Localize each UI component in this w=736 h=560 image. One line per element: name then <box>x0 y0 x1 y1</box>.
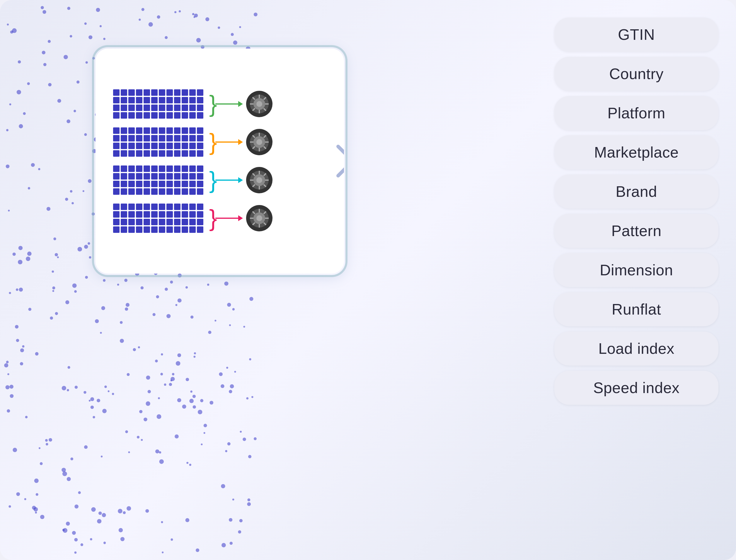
tire-icon-1 <box>245 89 274 119</box>
label-runflat: Runflat <box>554 292 718 326</box>
arrowhead-1 <box>238 101 243 107</box>
svg-point-39 <box>256 215 262 221</box>
data-grid-1 <box>113 89 203 119</box>
data-grid-3 <box>113 165 203 195</box>
svg-point-27 <box>256 177 262 183</box>
label-brand: Brand <box>554 175 718 209</box>
bracket-arrow-2: } <box>209 130 239 154</box>
bracket-arrow-4: } <box>209 206 239 230</box>
data-row-2: } <box>113 127 326 157</box>
right-panel: GTIN Country Platform Marketplace Brand … <box>554 12 718 411</box>
data-grid-2 <box>113 127 203 157</box>
illustration-inner: } <box>95 78 344 245</box>
label-platform: Platform <box>554 96 718 130</box>
arrow-bar-3 <box>215 180 239 181</box>
label-load-index: Load index <box>554 332 718 366</box>
label-marketplace: Marketplace <box>554 135 718 169</box>
svg-point-15 <box>256 139 262 145</box>
arrowhead-4 <box>238 215 243 221</box>
tire-icon-2 <box>245 127 274 157</box>
label-dimension: Dimension <box>554 253 718 287</box>
label-pattern: Pattern <box>554 214 718 248</box>
main-chevron-arrow <box>335 144 346 179</box>
bracket-arrow-1: } <box>209 92 239 116</box>
arrowhead-2 <box>238 139 243 145</box>
tire-icon-3 <box>245 165 274 195</box>
data-row-1: } <box>113 89 326 119</box>
bracket-arrow-3: } <box>209 168 239 192</box>
data-grid-4 <box>113 204 203 233</box>
data-row-3: } <box>113 165 326 195</box>
svg-point-3 <box>256 101 262 107</box>
background: } <box>0 0 736 560</box>
data-row-4: } <box>113 204 326 233</box>
label-gtin: GTIN <box>554 18 718 52</box>
tire-icon-4 <box>245 204 274 233</box>
arrow-bar-1 <box>215 103 239 105</box>
arrowhead-3 <box>238 177 243 183</box>
label-speed-index: Speed index <box>554 371 718 405</box>
arrow-bar-2 <box>215 141 239 143</box>
arrow-bar-4 <box>215 218 239 219</box>
label-country: Country <box>554 57 718 91</box>
illustration-box: } <box>94 47 346 275</box>
